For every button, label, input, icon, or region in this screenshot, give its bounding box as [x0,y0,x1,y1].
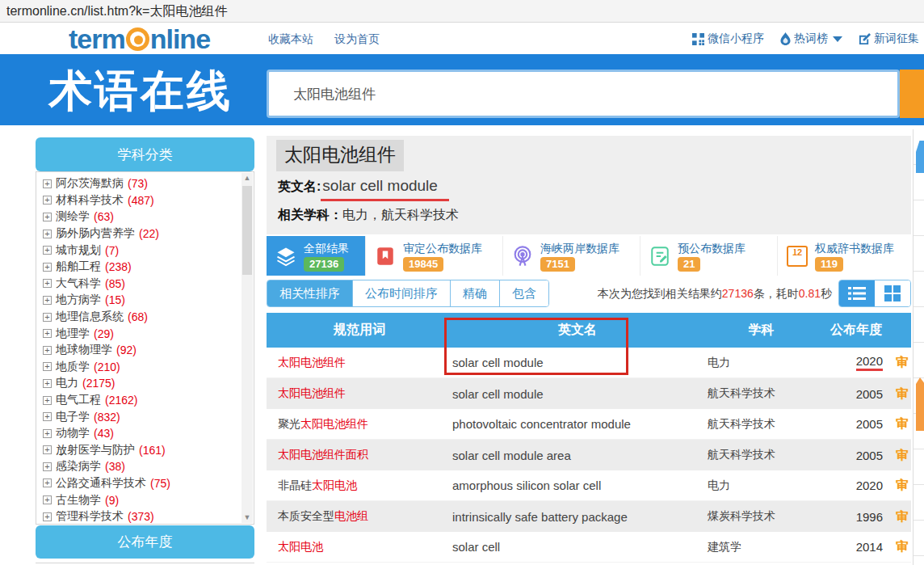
expand-icon[interactable]: + [43,512,52,521]
sidebar-discipline-item[interactable]: +地理信息系统(68) [43,309,254,326]
sidebar-discipline-item[interactable]: +地质学(210) [43,359,254,376]
term-link[interactable]: 太阳电池 [312,479,357,491]
result-count: 27136 [722,287,754,300]
sidebar-discipline-item[interactable]: +古生物学(9) [43,491,254,508]
sidebar-discipline-item[interactable]: +放射医学与防护(161) [43,442,254,459]
discipline-count: (43) [94,427,114,440]
discipline-count: (238) [105,260,132,273]
sidebar-discipline-item[interactable]: +肠外肠内营养学(22) [43,226,254,242]
sidebar-header-publish-year[interactable]: 公布年度 [36,525,254,559]
scrollbar-thumb[interactable] [242,186,252,275]
sidebar-discipline-item[interactable]: +船舶工程(238) [43,259,254,276]
expand-icon[interactable]: + [43,196,52,204]
discipline-name: 地方病学 [56,293,101,307]
scroll-up-arrow-icon[interactable]: ▲ [242,173,253,183]
expand-icon[interactable]: + [43,179,52,188]
sidebar-discipline-item[interactable]: +阿尔茨海默病(73) [43,175,254,192]
sort-by-relevance-button[interactable]: 相关性排序 [267,280,353,306]
exact-match-button[interactable]: 精确 [451,280,500,306]
page-url: termonline.cn/list.htm?k=太阳电池组件 [6,4,227,18]
sidebar-discipline-item[interactable]: +材料科学技术(487) [43,192,254,209]
term-link[interactable]: 太阳电池 [278,540,323,553]
sidebar-discipline-item[interactable]: +测绘学(63) [43,209,254,226]
expand-icon[interactable]: + [43,296,52,305]
english-name-cell: solar cell module [452,387,703,401]
sidebar-header-disciplines[interactable]: 学科分类 [36,137,254,171]
term-link[interactable]: 本质安全型 [278,509,334,522]
sidebar-discipline-item[interactable]: +公路交通科学技术(75) [43,475,254,492]
site-name-logo[interactable]: 术语在线 [48,62,233,121]
expand-icon[interactable]: + [43,230,52,238]
term-cell: 聚光太阳电池组件 [267,417,452,432]
term-link[interactable]: 非晶硅 [278,479,312,491]
tab-prepublish-database[interactable]: 预公布数据库 21 [640,236,778,276]
expand-icon[interactable]: + [43,479,52,487]
discipline-count: (9) [105,494,119,507]
expand-icon[interactable]: + [43,396,52,405]
wechat-miniprogram-link[interactable]: 微信小程序 [692,32,764,46]
term-link[interactable]: 太阳电池组件 [300,417,368,430]
list-view-button[interactable] [839,280,875,306]
expand-icon[interactable]: + [43,329,52,338]
sidebar-discipline-item[interactable]: +地方病学(15) [43,292,254,309]
expand-icon[interactable]: + [43,263,52,272]
termonline-logo[interactable]: termnline [69,23,210,55]
grid-view-button[interactable] [875,280,910,306]
sidebar-discipline-item[interactable]: +电气工程(2162) [43,392,254,409]
tab-all-results[interactable]: 全部结果 27136 [267,236,366,276]
term-link[interactable]: 电池组 [334,509,368,522]
discipline-count: (22) [139,227,159,240]
sidebar-discipline-item[interactable]: +地球物理学(92) [43,342,254,359]
browser-url-bar[interactable]: termonline.cn/list.htm?k=太阳电池组件 [0,0,924,23]
expand-icon[interactable]: + [43,313,52,322]
tab-dictionary-database[interactable]: 12 权威辞书数据库 119 [778,236,911,276]
sidebar-scrollbar[interactable]: ▲ ▼ [242,173,253,523]
expand-icon[interactable]: + [43,213,52,221]
sidebar-discipline-item[interactable]: +动物学(43) [43,425,254,442]
expand-icon[interactable]: + [43,346,52,355]
badge-cell: 审 [892,509,911,525]
sidebar-discipline-item[interactable]: +城市规划(7) [43,242,254,259]
floating-orange-button[interactable] [916,377,924,431]
expand-icon[interactable]: + [43,246,52,255]
contains-match-button[interactable]: 包含 [500,280,548,306]
discipline-count: (832) [94,411,120,424]
sidebar-discipline-item[interactable]: +电子学(832) [43,408,254,425]
hot-words-menu[interactable]: 热词榜 [780,32,842,46]
discipline-name: 地质学 [56,360,90,374]
term-link[interactable]: 太阳电池组件面积 [278,448,368,461]
term-link[interactable]: 聚光 [278,417,300,430]
sidebar-discipline-item[interactable]: +地理学(29) [43,325,254,342]
term-link[interactable]: 太阳电池组件 [278,386,346,399]
sidebar-discipline-item[interactable]: +感染病学(38) [43,458,254,475]
tab-cross-strait-database[interactable]: 海峡两岸数据库 7151 [503,236,640,276]
english-name-label: 英文名: [278,179,321,193]
document-icon [649,245,671,268]
list-view-icon [848,286,866,301]
sidebar-discipline-item[interactable]: +管理科学技术(373) [43,508,254,525]
discipline-count: (73) [128,177,148,190]
expand-icon[interactable]: + [43,462,52,471]
expand-icon[interactable]: + [43,445,52,454]
search-button[interactable] [900,70,924,118]
tab-approved-database[interactable]: 审定公布数据库 19845 [366,236,503,276]
table-row: 聚光太阳电池组件photovoltaic concentrator module… [267,409,911,440]
bookmark-site-link[interactable]: 收藏本站 [268,32,313,47]
badge-cell: 审 [892,478,911,493]
expand-icon[interactable]: + [43,279,52,288]
flame-icon [780,32,791,45]
set-homepage-link[interactable]: 设为首页 [334,32,380,47]
expand-icon[interactable]: + [43,379,52,388]
new-word-submit-link[interactable]: 新词征集 [859,32,919,46]
expand-icon[interactable]: + [43,429,52,438]
scroll-down-arrow-icon[interactable]: ▼ [242,512,253,523]
discipline-name: 地理学 [56,327,90,341]
term-link[interactable]: 太阳电池组件 [278,356,346,369]
sidebar-discipline-item[interactable]: +电力(2175) [43,375,254,392]
expand-icon[interactable]: + [43,412,52,421]
expand-icon[interactable]: + [43,495,52,504]
sort-by-date-button[interactable]: 公布时间排序 [353,280,451,306]
expand-icon[interactable]: + [43,362,52,371]
search-input[interactable] [269,72,897,116]
sidebar-discipline-item[interactable]: +大气科学(85) [43,276,254,293]
